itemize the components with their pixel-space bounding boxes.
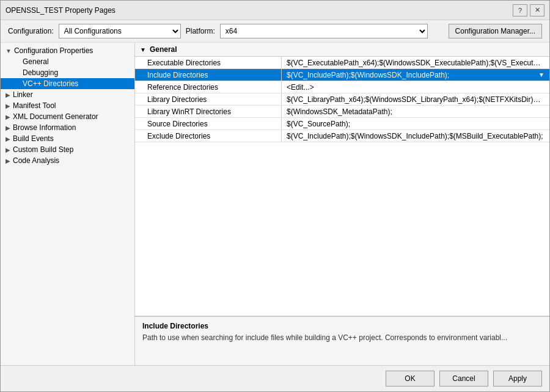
property-pages-dialog: OPENSSL_TEST Property Pages ? ✕ Configur… (0, 0, 550, 392)
property-value: $(VC_ExecutablePath_x64);$(WindowsSDK_Ex… (282, 57, 549, 68)
table-row[interactable]: Library WinRT Directories$(WindowsSDK_Me… (135, 106, 549, 118)
property-name: Library WinRT Directories (135, 106, 282, 117)
sidebar-item-label: XML Document Generator (13, 112, 98, 121)
sidebar-item-build-events[interactable]: ▶Build Events (1, 133, 134, 144)
table-row[interactable]: Source Directories$(VC_SourcePath); (135, 118, 549, 130)
sidebar-item-label: Linker (13, 90, 33, 99)
config-manager-button[interactable]: Configuration Manager... (449, 24, 542, 38)
property-value: $(VC_SourcePath); (282, 118, 549, 129)
help-button[interactable]: ? (513, 4, 527, 16)
sidebar-item-manifest-tool[interactable]: ▶Manifest Tool (1, 100, 134, 111)
sidebar-item-general[interactable]: General (1, 56, 134, 67)
property-value-text: $(VC_LibraryPath_x64);$(WindowsSDK_Libra… (287, 95, 544, 104)
grid-header-label: General (150, 45, 177, 54)
platform-label: Platform: (186, 27, 215, 35)
info-panel: Include Directories Path to use when sea… (135, 316, 549, 365)
sidebar-item-label: Manifest Tool (13, 101, 56, 110)
property-grid: ▼ General Executable Directories$(VC_Exe… (135, 43, 549, 316)
collapse-arrow-icon: ▼ (140, 46, 146, 53)
expand-arrow-icon: ▶ (6, 92, 10, 98)
property-value: $(VC_LibraryPath_x64);$(WindowsSDK_Libra… (282, 93, 549, 105)
sidebar-item-browse-information[interactable]: ▶Browse Information (1, 122, 134, 133)
dropdown-arrow-icon[interactable]: ▼ (538, 71, 544, 78)
sidebar-item-label: General (23, 57, 49, 66)
property-value-text: $(VC_ExecutablePath_x64);$(WindowsSDK_Ex… (287, 59, 544, 67)
table-row[interactable]: Include Directories$(VC_IncludePath);$(W… (135, 69, 549, 81)
sidebar-item-label: VC++ Directories (23, 79, 78, 88)
dialog-title: OPENSSL_TEST Property Pages (6, 6, 116, 15)
property-value[interactable]: $(VC_IncludePath);$(WindowsSDK_IncludePa… (282, 69, 549, 81)
sidebar-item-custom-build-step[interactable]: ▶Custom Build Step (1, 144, 134, 155)
sidebar-item-vc-directories[interactable]: VC++ Directories (1, 78, 134, 89)
title-bar: OPENSSL_TEST Property Pages ? ✕ (1, 1, 549, 20)
main-content: ▼Configuration PropertiesGeneralDebuggin… (1, 43, 549, 365)
expand-arrow-icon: ▶ (6, 147, 10, 153)
table-row[interactable]: Library Directories$(VC_LibraryPath_x64)… (135, 93, 549, 106)
table-row[interactable]: Reference Directories<Edit...> (135, 81, 549, 93)
sidebar-item-label: Build Events (13, 134, 54, 143)
title-bar-buttons: ? ✕ (513, 4, 544, 16)
bottom-bar: OK Cancel Apply (1, 365, 549, 391)
expand-arrow-icon: ▶ (6, 158, 10, 164)
property-value: $(VC_IncludePath);$(WindowsSDK_IncludePa… (282, 130, 549, 142)
sidebar-item-label: Custom Build Step (13, 145, 73, 154)
property-value-text: $(VC_IncludePath);$(WindowsSDK_IncludePa… (287, 71, 536, 79)
property-name: Exclude Directories (135, 130, 282, 142)
sidebar: ▼Configuration PropertiesGeneralDebuggin… (1, 43, 135, 365)
sidebar-item-xml-document-generator[interactable]: ▶XML Document Generator (1, 111, 134, 122)
apply-button[interactable]: Apply (493, 371, 542, 387)
config-row: Configuration: All Configurations Platfo… (1, 20, 549, 43)
right-panel: ▼ General Executable Directories$(VC_Exe… (135, 43, 549, 365)
expand-arrow-icon: ▶ (6, 136, 10, 142)
sidebar-item-configuration-properties[interactable]: ▼Configuration Properties (1, 45, 134, 56)
ok-button[interactable]: OK (386, 371, 435, 387)
table-row[interactable]: Executable Directories$(VC_ExecutablePat… (135, 57, 549, 69)
sidebar-item-label: Debugging (23, 68, 58, 77)
property-value-text: $(VC_SourcePath); (287, 120, 544, 128)
sidebar-item-label: Configuration Properties (14, 46, 93, 55)
property-name: Reference Directories (135, 81, 282, 93)
platform-select[interactable]: x64 (220, 24, 428, 38)
expand-arrow-icon: ▶ (6, 125, 10, 131)
cancel-button[interactable]: Cancel (439, 371, 488, 387)
expand-arrow-icon: ▶ (6, 114, 10, 120)
property-value-text: <Edit...> (287, 83, 544, 92)
property-name: Library Directories (135, 93, 282, 105)
sidebar-item-linker[interactable]: ▶Linker (1, 89, 134, 100)
info-description: Path to use when searching for include f… (142, 333, 542, 343)
configuration-select[interactable]: All Configurations (59, 24, 181, 38)
platform-select-wrapper: x64 (220, 24, 428, 38)
grid-rows-container: Executable Directories$(VC_ExecutablePat… (135, 57, 549, 142)
sidebar-item-debugging[interactable]: Debugging (1, 67, 134, 78)
grid-header: ▼ General (135, 43, 549, 57)
table-row[interactable]: Exclude Directories$(VC_IncludePath);$(W… (135, 130, 549, 142)
property-name: Source Directories (135, 118, 282, 129)
expand-arrow-icon: ▶ (6, 103, 10, 109)
property-value: <Edit...> (282, 81, 549, 93)
configuration-select-wrapper: All Configurations (59, 24, 181, 38)
property-name: Executable Directories (135, 57, 282, 68)
close-button[interactable]: ✕ (530, 4, 544, 16)
sidebar-item-code-analysis[interactable]: ▶Code Analysis (1, 155, 134, 166)
property-value: $(WindowsSDK_MetadataPath); (282, 106, 549, 117)
configuration-label: Configuration: (8, 27, 54, 35)
property-value-text: $(WindowsSDK_MetadataPath); (287, 107, 544, 116)
sidebar-item-label: Code Analysis (13, 156, 59, 165)
info-title: Include Directories (142, 322, 542, 330)
property-value-text: $(VC_IncludePath);$(WindowsSDK_IncludePa… (287, 132, 544, 140)
property-name: Include Directories (135, 69, 282, 81)
expand-arrow-icon: ▼ (6, 48, 12, 54)
sidebar-item-label: Browse Information (13, 123, 76, 132)
